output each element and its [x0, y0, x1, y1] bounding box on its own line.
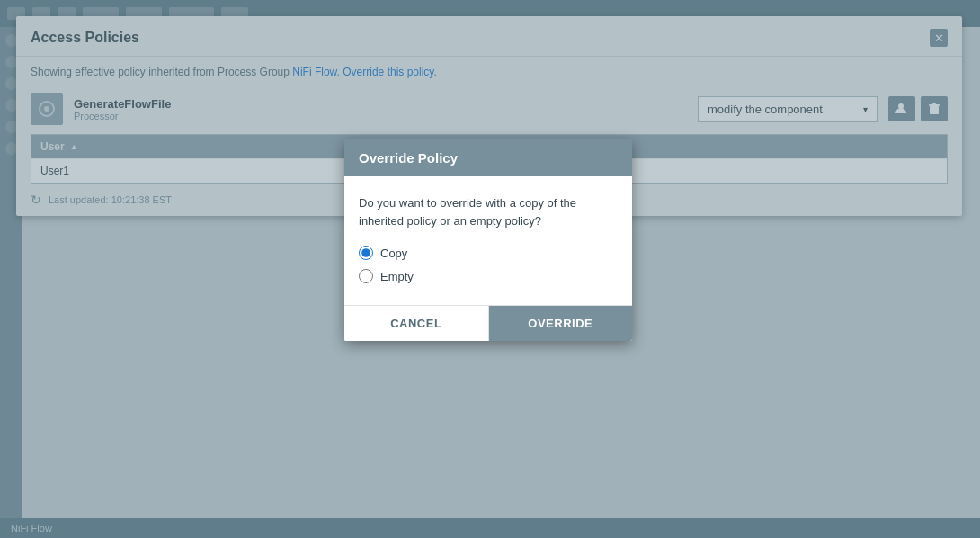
radio-copy-text: Copy: [380, 247, 407, 260]
radio-empty-text: Empty: [380, 270, 414, 283]
radio-copy[interactable]: [359, 246, 373, 260]
radio-empty[interactable]: [359, 269, 373, 283]
dialog-question: Do you want to override with a copy of t…: [359, 194, 618, 229]
dialog-title: Override Policy: [359, 150, 458, 166]
dialog-body: Do you want to override with a copy of t…: [344, 176, 632, 305]
override-policy-dialog: Override Policy Do you want to override …: [344, 139, 632, 341]
dialog-header: Override Policy: [344, 139, 632, 176]
radio-empty-label[interactable]: Empty: [359, 269, 618, 283]
radio-group: Copy Empty: [359, 246, 618, 283]
cancel-button[interactable]: CANCEL: [344, 306, 489, 341]
dialog-footer: CANCEL OVERRIDE: [344, 305, 632, 341]
radio-copy-label[interactable]: Copy: [359, 246, 618, 260]
override-button[interactable]: OVERRIDE: [489, 306, 633, 341]
